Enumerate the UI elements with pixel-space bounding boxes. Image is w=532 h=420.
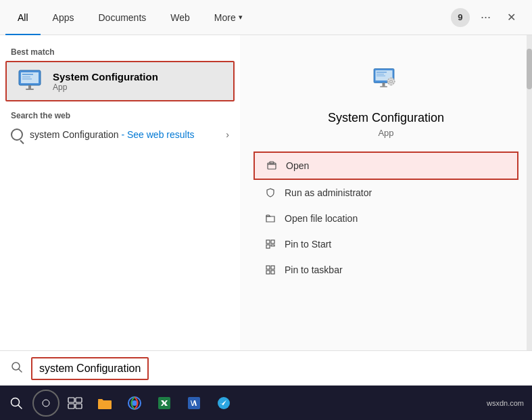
action-run-admin-label: Run as administrator [285,187,372,198]
svg-rect-2 [22,74,33,75]
tab-more[interactable]: More ▾ [202,0,255,35]
web-search-item[interactable]: system Configuration - See web results › [0,123,240,146]
web-section-label: Search the web [0,103,240,123]
nav-right: 9 ··· ✕ [451,7,527,27]
taskbar-excel-button[interactable] [150,389,178,417]
tab-documents-label: Documents [98,12,146,23]
action-open-label: Open [286,160,309,171]
tab-apps[interactable]: Apps [41,0,87,35]
svg-rect-31 [271,266,274,269]
svg-rect-11 [377,76,385,76]
svg-rect-20 [394,81,395,83]
svg-rect-4 [22,78,32,80]
svg-rect-41 [68,404,74,409]
svg-rect-10 [377,74,384,74]
close-button[interactable]: ✕ [502,8,521,26]
search-input-value: system Configuration [39,363,141,374]
svg-rect-39 [68,398,74,402]
taskbar-chrome-button[interactable] [120,389,149,417]
tab-web-label: Web [170,12,190,23]
right-panel: System Configuration App Open [240,35,532,386]
scrollbar-track[interactable] [527,35,532,386]
svg-rect-33 [271,271,274,274]
pin-taskbar-icon [264,264,276,276]
svg-rect-28 [271,240,274,243]
taskbar-cortana-button[interactable] [32,390,59,417]
more-options-button[interactable]: ··· [475,7,496,27]
app-info: System Configuration App [53,71,158,92]
profile-badge[interactable]: 9 [451,8,470,27]
svg-point-16 [390,80,392,83]
open-icon [266,160,278,172]
svg-point-45 [132,400,137,406]
shield-icon [264,187,276,199]
svg-rect-3 [22,76,30,78]
svg-rect-18 [391,85,392,86]
action-pin-start-label: Pin to Start [285,239,331,250]
svg-rect-12 [383,83,385,87]
taskbar-explorer-button[interactable] [91,389,119,417]
taskbar-search-button[interactable] [3,390,30,417]
tab-all-label: All [18,12,28,23]
chevron-right-icon: › [226,129,229,140]
svg-rect-29 [266,245,270,248]
nav-tabs: All Apps Documents Web More ▾ 9 ··· ✕ [0,0,532,35]
svg-rect-17 [391,78,392,79]
search-bar-icon [11,361,23,376]
svg-rect-6 [26,89,34,90]
best-match-label: Best match [0,43,240,60]
content-area: Best match [0,35,532,386]
folder-icon [264,212,276,225]
svg-rect-30 [266,266,270,269]
preview-app-type: App [378,128,393,138]
search-input-box[interactable]: system Configuration [31,357,149,380]
pin-start-icon [264,238,276,250]
left-panel: Best match [0,35,240,386]
svg-line-35 [19,369,22,372]
app-name: System Configuration [53,71,158,83]
web-query-text: system Configuration [30,129,119,140]
svg-rect-42 [76,404,82,409]
taskbar-watermark: wsxdn.com [487,399,529,407]
svg-rect-5 [28,85,31,89]
action-pin-taskbar-label: Pin to taskbar [285,264,343,275]
svg-line-37 [18,405,22,409]
action-run-admin[interactable]: Run as administrator [253,180,518,206]
web-search-text: system Configuration - See web results [30,129,195,140]
taskbar-word-button[interactable] [180,389,208,417]
badge-count: 9 [458,12,462,22]
chevron-down-icon: ▾ [239,13,243,22]
action-file-location[interactable]: Open file location [253,206,518,231]
svg-rect-43 [98,400,112,409]
app-icon [18,68,45,95]
app-type-label: App [53,83,158,92]
svg-rect-19 [387,81,389,83]
scrollbar-thumb[interactable] [527,49,532,89]
action-open[interactable]: Open [253,151,518,180]
action-list: Open Run as administrator [253,151,518,283]
preview-app-name: System Configuration [328,111,444,125]
taskbar-telegram-button[interactable] [210,389,238,417]
tab-all[interactable]: All [5,0,41,35]
action-pin-taskbar[interactable]: Pin to taskbar [253,257,518,283]
action-file-location-label: Open file location [285,213,358,224]
svg-rect-40 [76,398,82,402]
tab-documents[interactable]: Documents [86,0,158,35]
web-search-link: - See web results [121,129,194,140]
search-icon [11,129,23,141]
svg-point-38 [43,400,49,406]
tab-apps-label: Apps [53,12,74,23]
best-match-item[interactable]: System Configuration App [5,61,235,101]
tab-more-label: More [214,12,236,23]
svg-rect-27 [266,240,270,243]
svg-rect-13 [380,87,387,88]
search-panel: All Apps Documents Web More ▾ 9 ··· ✕ [0,0,532,386]
action-pin-start[interactable]: Pin to Start [253,231,518,257]
taskbar: wsxdn.com [0,386,532,420]
search-bar: system Configuration [0,350,532,386]
svg-rect-9 [377,72,387,73]
tab-web[interactable]: Web [158,0,202,35]
app-preview-icon [359,55,413,103]
taskbar-taskview-button[interactable] [61,389,89,417]
svg-rect-32 [266,271,270,274]
